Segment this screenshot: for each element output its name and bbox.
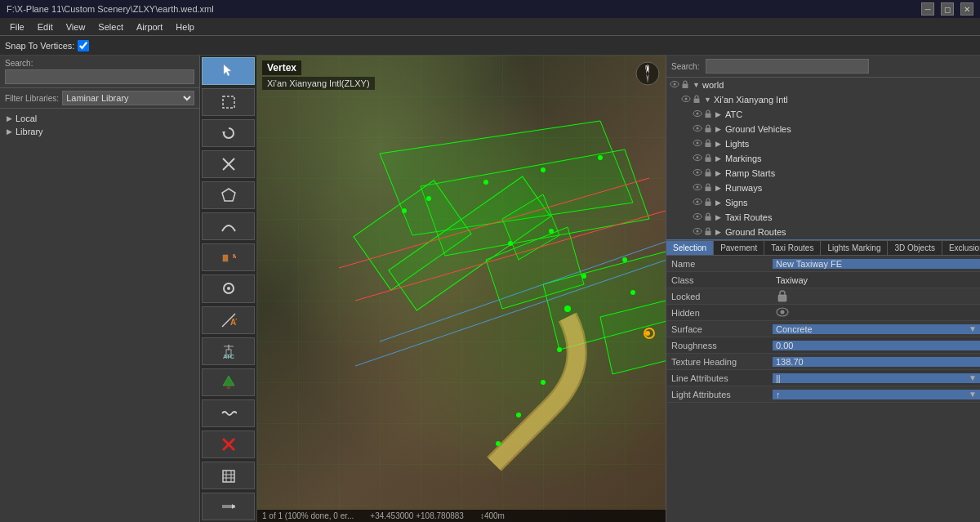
filter-libraries-select[interactable]: Laminar Library Custom Library: [62, 91, 194, 105]
tool-wave[interactable]: [202, 399, 255, 427]
tool-atc[interactable]: ATC: [202, 337, 255, 365]
prop-value-texture-heading[interactable]: 138.70: [773, 357, 980, 367]
snap-checkbox[interactable]: [78, 40, 89, 51]
prop-value-roughness[interactable]: 0.00: [773, 341, 980, 350]
tab-pavement[interactable]: Pavement: [714, 241, 764, 255]
prop-label-hidden: Hidden: [666, 308, 773, 318]
tree-label-3: Ground Vehicles: [725, 124, 791, 134]
svg-marker-25: [232, 504, 235, 509]
right-tree-item-7[interactable]: ▶Runways: [666, 181, 980, 195]
right-tree-item-0[interactable]: ▼world: [666, 78, 980, 92]
tool-taxiway[interactable]: [202, 493, 255, 520]
tool-node[interactable]: [202, 274, 255, 302]
prop-value-surface[interactable]: Concrete ▼: [773, 324, 980, 334]
svg-rect-68: [706, 114, 711, 118]
tool-cross[interactable]: [202, 150, 255, 178]
prop-row-line-attrs: Line Attributes || ▼: [666, 370, 980, 386]
tool-polygon[interactable]: [202, 181, 255, 209]
map-area[interactable]: Vertex Xi'an Xianyang Intl(ZLXY) N 1 of …: [257, 56, 666, 522]
tab-exclusion[interactable]: Exclusion Boundary: [942, 241, 980, 255]
left-search-input[interactable]: [5, 69, 194, 84]
menu-select[interactable]: Select: [91, 20, 130, 33]
tree-expand-6: ▶: [715, 169, 724, 177]
prop-value-name[interactable]: New Taxiway FE: [773, 259, 980, 269]
map-compass: N: [635, 60, 661, 87]
lock-icon-6: [703, 167, 713, 179]
eye-icon-9: [693, 212, 702, 223]
window-title: F:\X-Plane 11\Custom Scenery\ZLXY\earth.…: [7, 4, 214, 14]
prop-value-line-attrs[interactable]: || ▼: [773, 373, 980, 383]
tool-rotate[interactable]: [202, 119, 255, 147]
menu-help[interactable]: Help: [169, 20, 201, 33]
main-layout: Search: Filter Libraries: Laminar Librar…: [0, 56, 980, 522]
right-tree-item-8[interactable]: ▶Signs: [666, 195, 980, 210]
right-tree-item-3[interactable]: ▶Ground Vehicles: [666, 122, 980, 136]
right-tree-item-4[interactable]: ▶Lights: [666, 136, 980, 151]
tool-split[interactable]: ATC: [202, 306, 255, 334]
prop-row-texture-heading: Texture Heading 138.70: [666, 354, 980, 370]
tool-building[interactable]: [202, 462, 255, 489]
prop-value-locked[interactable]: [773, 289, 980, 304]
search-label: Search:: [5, 59, 194, 68]
prop-label-class: Class: [666, 275, 773, 285]
lock-icon-3: [703, 123, 713, 135]
right-tree: ▼world▼Xi'an Xianyang Intl▶ATC▶Ground Ve…: [666, 78, 980, 241]
lock-icon-7: [703, 182, 713, 194]
svg-rect-89: [706, 216, 711, 221]
eye-icon-10: [693, 226, 702, 238]
tool-cursor[interactable]: [202, 57, 255, 85]
right-search-input[interactable]: [706, 59, 869, 74]
tool-bezier[interactable]: [202, 212, 255, 240]
tool-stop[interactable]: [202, 431, 255, 458]
close-button[interactable]: ✕: [960, 2, 973, 16]
menu-airport[interactable]: Airport: [130, 20, 169, 33]
tab-lights[interactable]: Lights Marking: [821, 241, 888, 255]
tree-label-2: ATC: [725, 109, 742, 119]
tool-select-box[interactable]: [202, 88, 255, 116]
right-tree-item-1[interactable]: ▼Xi'an Xianyang Intl: [666, 92, 980, 107]
menu-view[interactable]: View: [60, 20, 92, 33]
prop-label-texture-heading: Texture Heading: [666, 357, 773, 367]
local-label: Local: [16, 114, 37, 123]
right-search-label: Search:: [671, 62, 699, 71]
maximize-button[interactable]: ◻: [941, 2, 954, 16]
tab-taxi-routes[interactable]: Taxi Routes: [764, 241, 821, 255]
svg-marker-1: [222, 132, 225, 135]
svg-rect-16: [227, 386, 230, 389]
eye-icon-8: [693, 197, 702, 208]
snap-bar: Snap To Vertices:: [0, 36, 980, 56]
filter-area: Filter Libraries: Laminar Library Custom…: [0, 88, 199, 109]
minimize-button[interactable]: ─: [921, 2, 934, 16]
local-arrow: ▶: [7, 114, 12, 123]
tree-item-library[interactable]: ▶ Library: [0, 125, 199, 138]
tree-item-local[interactable]: ▶ Local: [0, 112, 199, 125]
prop-row-light-attrs: Light Attributes ↑ ▼: [666, 386, 980, 403]
prop-row-class: Class Taxiway: [666, 272, 980, 288]
tree-expand-2: ▶: [715, 110, 724, 118]
surface-dropdown-arrow: ▼: [969, 324, 977, 333]
lock-icon-0: [680, 79, 690, 91]
right-tree-item-10[interactable]: ▶Ground Routes: [666, 225, 980, 239]
title-bar-controls: ─ ◻ ✕: [921, 2, 973, 16]
menu-file[interactable]: File: [3, 20, 31, 33]
tool-tree[interactable]: [202, 368, 255, 396]
tab-3d-objects[interactable]: 3D Objects: [888, 241, 942, 255]
right-tree-item-6[interactable]: ▶Ramp Starts: [666, 166, 980, 181]
prop-value-light-attrs[interactable]: ↑ ▼: [773, 390, 980, 399]
surface-value-text: Concrete: [776, 324, 813, 334]
right-tree-item-9[interactable]: ▶Taxi Routes: [666, 210, 980, 225]
menu-bar: File Edit View Select Airport Help: [0, 18, 980, 36]
prop-value-hidden[interactable]: [773, 306, 980, 320]
right-panel: Search: ▼world▼Xi'an Xianyang Intl▶ATC▶G…: [666, 56, 980, 522]
search-area: Search:: [0, 56, 199, 88]
right-tree-item-2[interactable]: ▶ATC: [666, 107, 980, 122]
menu-edit[interactable]: Edit: [31, 20, 60, 33]
prop-label-locked: Locked: [666, 292, 773, 301]
library-arrow: ▶: [7, 127, 12, 136]
tree-expand-9: ▶: [715, 213, 724, 221]
tool-marker[interactable]: M4: [202, 243, 255, 271]
status-coords: +34.453000 +108.780883: [370, 511, 464, 520]
right-tree-item-5[interactable]: ▶Markings: [666, 151, 980, 166]
tab-selection[interactable]: Selection: [666, 241, 714, 255]
svg-rect-77: [706, 158, 711, 163]
